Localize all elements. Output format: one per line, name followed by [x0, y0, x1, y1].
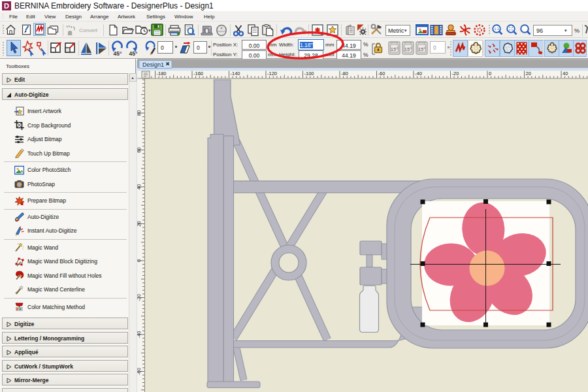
svg-text:1:1: 1:1 [494, 27, 499, 31]
svg-text:-80: -80 [341, 71, 348, 76]
svg-text:-40: -40 [137, 331, 142, 338]
svg-text:-60: -60 [378, 71, 385, 76]
svg-text:-100: -100 [304, 71, 314, 76]
svg-text:-180: -180 [157, 71, 167, 76]
svg-text:-60: -60 [137, 368, 142, 375]
svg-text:15°: 15° [404, 46, 412, 52]
svg-text:60: 60 [137, 147, 142, 152]
svg-text:40: 40 [563, 71, 568, 76]
svg-text:-160: -160 [193, 71, 203, 76]
svg-text:-20: -20 [137, 294, 142, 301]
svg-text:20: 20 [526, 71, 531, 76]
svg-text:-40: -40 [415, 71, 422, 76]
svg-text:20: 20 [137, 221, 142, 226]
svg-text:45°: 45° [114, 50, 122, 57]
svg-text:40: 40 [137, 184, 142, 189]
svg-text:-140: -140 [231, 71, 240, 76]
svg-text:15°: 15° [418, 46, 425, 52]
svg-text:45°: 45° [129, 50, 138, 57]
svg-text:15°: 15° [391, 46, 398, 52]
svg-text:-120: -120 [267, 71, 277, 76]
svg-text:Design1: Design1 [142, 61, 164, 68]
svg-text:-20: -20 [452, 71, 459, 76]
svg-text:80: 80 [137, 110, 142, 116]
svg-text:0: 0 [489, 71, 491, 76]
svg-text:0: 0 [137, 259, 142, 262]
